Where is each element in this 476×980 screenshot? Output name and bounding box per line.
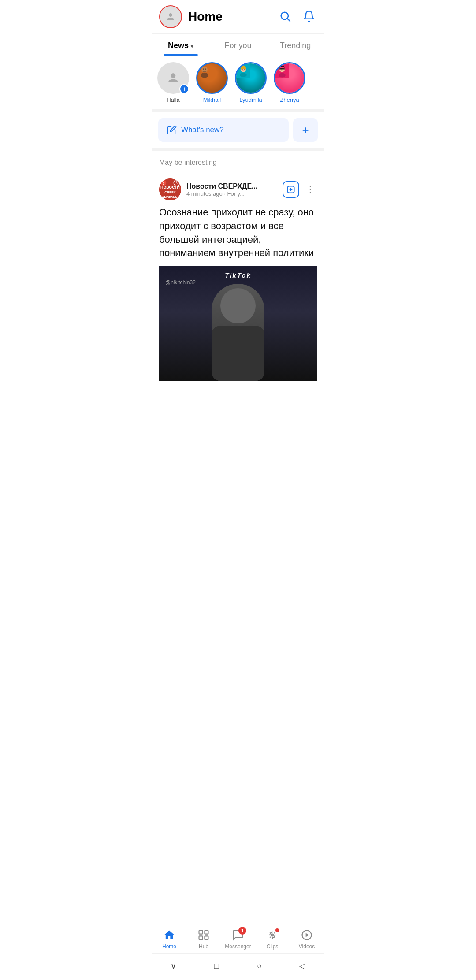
header-actions [277,8,317,26]
add-story-badge: + [179,84,189,94]
svg-point-0 [281,12,288,19]
story-lyudmila[interactable]: Lyudmila [235,62,267,103]
svg-rect-6 [203,71,207,72]
page-title: Home [188,10,277,24]
video-username: @nikitchin32 [165,279,196,286]
stories-row: + Halla Mikhail [152,56,324,112]
post-text: Осознание приходит не сразу, оно приходи… [159,206,317,260]
post-header: НОВОСТИ СВЕРХ ДЕРЖАВЫ 1 Новости СВЕРХДЕ.… [159,178,317,200]
svg-point-4 [203,68,204,69]
profile-avatar[interactable] [159,5,182,28]
edit-icon [167,125,177,135]
search-icon [279,10,291,22]
mikhail-avatar [197,63,227,93]
post-author-avatar[interactable]: НОВОСТИ СВЕРХ ДЕРЖАВЫ 1 [159,178,181,200]
post-timestamp: 4 minutes ago · For y... [186,190,277,197]
story-mikhail[interactable]: Mikhail [196,62,228,103]
story-name-halla: Halla [167,97,180,103]
tabs-bar: News ▾ For you Trending [152,34,324,56]
svg-point-17 [279,73,286,78]
camera-icon [166,71,180,85]
news-channel-icon: НОВОСТИ СВЕРХ ДЕРЖАВЫ 1 [159,178,181,200]
story-zhenya[interactable]: Zhenya [274,62,305,103]
post-more-button[interactable]: ⋮ [304,184,317,195]
svg-text:ДЕРЖАВЫ: ДЕРЖАВЫ [162,195,178,199]
post-meta: Новости СВЕРХДЕ... 4 minutes ago · For y… [186,182,277,197]
story-self[interactable]: + Halla [157,62,189,103]
svg-line-1 [287,19,290,21]
post-follow-button[interactable] [283,181,299,198]
svg-point-9 [240,73,247,77]
whats-new-section: What's new? + [152,112,324,151]
story-name-zhenya: Zhenya [280,97,299,103]
follow-plus-icon [286,185,295,194]
svg-point-3 [201,73,208,78]
zhenya-avatar [275,63,304,93]
svg-point-5 [205,68,206,69]
story-name-mikhail: Mikhail [203,97,221,103]
add-media-button[interactable]: + [293,118,318,142]
section-label-interesting: May be interesting [152,151,324,172]
post-actions: ⋮ [283,181,317,198]
tab-for-you[interactable]: For you [209,34,267,56]
bell-icon [303,10,315,22]
post-author-name: Новости СВЕРХДЕ... [186,182,277,190]
story-name-lyudmila: Lyudmila [239,97,262,103]
video-overlay: TikTok TikTok @nikitchin32 [159,266,317,381]
whats-new-button[interactable]: What's new? [158,118,289,142]
lyudmila-avatar [236,63,265,93]
tab-news[interactable]: News ▾ [152,34,209,56]
mikhail-face-svg [197,63,212,78]
chevron-down-icon: ▾ [190,42,193,49]
notification-button[interactable] [301,8,317,26]
search-button[interactable] [277,8,293,26]
lyudmila-face-svg [236,63,250,78]
header: Home [152,0,324,34]
post-card: НОВОСТИ СВЕРХ ДЕРЖАВЫ 1 Новости СВЕРХДЕ.… [152,172,324,381]
svg-text:1: 1 [163,182,164,186]
svg-text:СВЕРХ: СВЕРХ [164,190,176,194]
tab-trending[interactable]: Trending [267,34,324,56]
post-video-thumbnail[interactable]: TikTok TikTok @nikitchin32 [159,266,317,381]
camera-icon [165,11,176,22]
zhenya-face-svg [275,63,289,78]
